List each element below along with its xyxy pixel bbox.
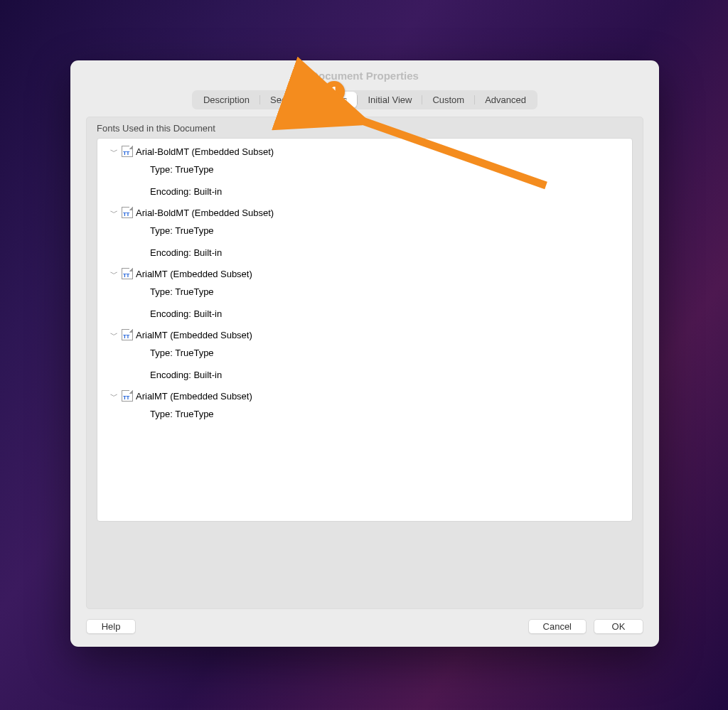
chevron-down-icon[interactable]: ﹀ (110, 391, 119, 402)
font-encoding-label: Encoding: Built-in (150, 304, 625, 326)
font-entry: ﹀TTArialMT (Embedded Subset)Type: TrueTy… (105, 328, 625, 387)
font-name-label: ArialMT (Embedded Subset) (136, 330, 252, 340)
tabbar: Description Security Fonts Initial View … (192, 90, 537, 109)
font-entry-header[interactable]: ﹀TTArialMT (Embedded Subset) (105, 328, 625, 343)
font-entry-header[interactable]: ﹀TTArialMT (Embedded Subset) (105, 267, 625, 282)
font-entry-header[interactable]: ﹀TTArial-BoldMT (Embedded Subset) (105, 144, 625, 160)
font-entry: ﹀TTArialMT (Embedded Subset)Type: TrueTy… (105, 389, 625, 426)
tab-security[interactable]: Security (260, 92, 314, 108)
font-name-label: Arial-BoldMT (Embedded Subset) (136, 208, 274, 218)
font-encoding-label: Encoding: Built-in (150, 365, 625, 387)
font-entry: ﹀TTArial-BoldMT (Embedded Subset)Type: T… (105, 144, 625, 204)
chevron-down-icon[interactable]: ﹀ (110, 146, 119, 157)
font-type-label: Type: TrueType (150, 282, 625, 304)
font-entry-header[interactable]: ﹀TTArial-BoldMT (Embedded Subset) (105, 205, 625, 221)
tab-custom[interactable]: Custom (422, 92, 474, 108)
font-entry: ﹀TTArialMT (Embedded Subset)Type: TrueTy… (105, 267, 625, 326)
truetype-font-icon: TT (122, 329, 133, 340)
truetype-font-icon: TT (122, 390, 133, 402)
font-entry-header[interactable]: ﹀TTArialMT (Embedded Subset) (105, 389, 625, 404)
font-encoding-label: Encoding: Built-in (150, 182, 625, 204)
font-details: Type: TrueTypeEncoding: Built-in (105, 282, 625, 326)
dialog-title: Document Properties (70, 60, 659, 89)
font-details: Type: TrueTypeEncoding: Built-in (105, 221, 625, 265)
tabbar-container: Description Security Fonts Initial View … (70, 89, 659, 109)
truetype-font-icon: TT (122, 268, 133, 279)
font-details: Type: TrueTypeEncoding: Built-in (105, 343, 625, 387)
cancel-button[interactable]: Cancel (528, 619, 587, 634)
truetype-font-icon: TT (122, 207, 133, 218)
font-name-label: ArialMT (Embedded Subset) (136, 269, 252, 279)
font-type-label: Type: TrueType (150, 221, 625, 243)
tab-initial-view[interactable]: Initial View (358, 92, 422, 108)
chevron-down-icon[interactable]: ﹀ (110, 269, 119, 279)
chevron-down-icon[interactable]: ﹀ (110, 208, 119, 218)
fonts-panel: Fonts Used in this Document ﹀TTArial-Bol… (70, 109, 659, 609)
help-button[interactable]: Help (86, 619, 136, 634)
chevron-down-icon[interactable]: ﹀ (110, 330, 119, 340)
tab-advanced[interactable]: Advanced (475, 92, 536, 108)
font-name-label: Arial-BoldMT (Embedded Subset) (136, 146, 274, 157)
document-properties-dialog: Document Properties Description Security… (70, 60, 659, 647)
ok-button[interactable]: OK (594, 619, 643, 634)
fonts-listbox[interactable]: ﹀TTArial-BoldMT (Embedded Subset)Type: T… (97, 138, 633, 522)
font-name-label: ArialMT (Embedded Subset) (136, 391, 252, 402)
fonts-group-label: Fonts Used in this Document (87, 117, 643, 138)
dialog-button-bar: Help Cancel OK (70, 609, 659, 647)
font-details: Type: TrueTypeEncoding: Built-in (105, 160, 625, 204)
tab-fonts[interactable]: Fonts (314, 92, 358, 108)
font-type-label: Type: TrueType (150, 160, 625, 182)
font-encoding-label: Encoding: Built-in (150, 243, 625, 265)
font-entry: ﹀TTArial-BoldMT (Embedded Subset)Type: T… (105, 205, 625, 265)
fonts-group: Fonts Used in this Document ﹀TTArial-Bol… (86, 117, 643, 609)
font-type-label: Type: TrueType (150, 404, 625, 426)
font-details: Type: TrueType (105, 404, 625, 426)
tab-description[interactable]: Description (193, 92, 259, 108)
truetype-font-icon: TT (122, 146, 133, 157)
font-type-label: Type: TrueType (150, 343, 625, 365)
